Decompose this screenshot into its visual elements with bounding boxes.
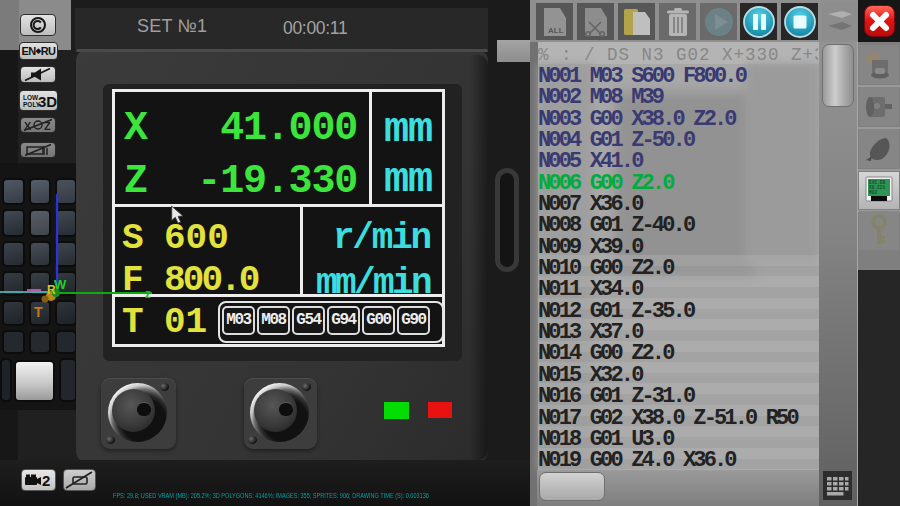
svg-text:z: z: [145, 287, 151, 301]
svg-text:ALL: ALL: [548, 26, 564, 35]
svg-text:3D: 3D: [38, 93, 57, 110]
svg-text:2: 2: [42, 472, 50, 489]
svg-text:R: R: [47, 283, 56, 297]
svg-text:M02: M02: [869, 190, 877, 195]
svg-text:T: T: [34, 304, 43, 320]
svg-text:LOW: LOW: [23, 94, 39, 101]
svg-text:W: W: [54, 277, 67, 292]
